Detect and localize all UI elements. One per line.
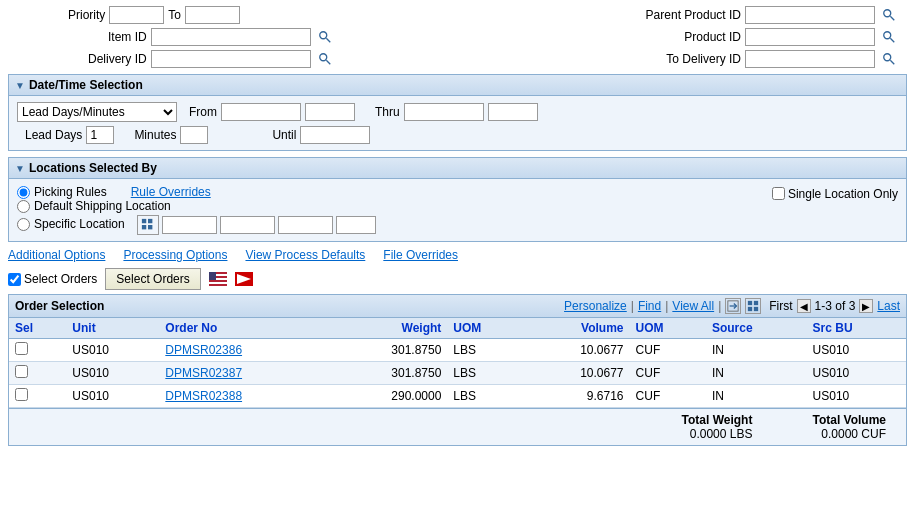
svg-rect-19 bbox=[209, 282, 227, 284]
parent-product-id-search-button[interactable] bbox=[881, 7, 897, 23]
personalize-link[interactable]: Personalize bbox=[564, 299, 627, 313]
svg-line-1 bbox=[890, 16, 894, 20]
find-link[interactable]: Find bbox=[638, 299, 661, 313]
default-shipping-radio[interactable] bbox=[17, 200, 30, 213]
product-id-input[interactable] bbox=[745, 28, 875, 46]
grid-icon bbox=[141, 218, 155, 232]
from-date-input[interactable] bbox=[221, 103, 301, 121]
cell-src-bu-2: US010 bbox=[807, 385, 906, 408]
grid-view-icon bbox=[747, 300, 759, 312]
cell-sel-1 bbox=[9, 362, 66, 385]
datetime-collapse-arrow: ▼ bbox=[15, 80, 25, 91]
svg-rect-18 bbox=[209, 280, 227, 282]
locations-section: ▼ Locations Selected By Picking Rules Ru… bbox=[8, 157, 907, 242]
total-volume-value: 0.0000 CUF bbox=[812, 427, 886, 441]
col-header-uom2: UOM bbox=[630, 318, 706, 339]
last-link[interactable]: Last bbox=[877, 299, 900, 313]
cell-volume-1: 10.0677 bbox=[524, 362, 630, 385]
col-header-weight: Weight bbox=[329, 318, 448, 339]
flag-icon-button-1[interactable] bbox=[209, 270, 227, 288]
specific-location-radio[interactable] bbox=[17, 218, 30, 231]
order-no-link-1[interactable]: DPMSR02387 bbox=[165, 366, 242, 380]
flag-icon-button-2[interactable] bbox=[235, 270, 253, 288]
specific-location-input4[interactable] bbox=[336, 216, 376, 234]
additional-options-link[interactable]: Additional Options bbox=[8, 248, 105, 262]
cell-weight-2: 290.0000 bbox=[329, 385, 448, 408]
to-delivery-id-search-button[interactable] bbox=[881, 51, 897, 67]
cell-volume-2: 9.6716 bbox=[524, 385, 630, 408]
item-id-input[interactable] bbox=[151, 28, 311, 46]
select-orders-button[interactable]: Select Orders bbox=[105, 268, 200, 290]
datetime-section-body: Lead Days/Minutes From Thru Lead Days Mi… bbox=[8, 96, 907, 151]
minutes-input[interactable] bbox=[180, 126, 208, 144]
lead-days-input[interactable] bbox=[86, 126, 114, 144]
svg-rect-12 bbox=[142, 225, 146, 229]
cell-src-bu-1: US010 bbox=[807, 362, 906, 385]
parent-product-id-input[interactable] bbox=[745, 6, 875, 24]
svg-rect-10 bbox=[142, 219, 146, 223]
thru-date-input[interactable] bbox=[404, 103, 484, 121]
to-delivery-id-label: To Delivery ID bbox=[666, 52, 741, 66]
export-icon-button[interactable] bbox=[725, 298, 741, 314]
specific-location-input2[interactable] bbox=[220, 216, 275, 234]
row-checkbox-1[interactable] bbox=[15, 365, 28, 378]
priority-from-input[interactable] bbox=[109, 6, 164, 24]
col-header-unit: Unit bbox=[66, 318, 159, 339]
svg-rect-13 bbox=[148, 225, 152, 229]
from-time-input[interactable] bbox=[305, 103, 355, 121]
item-id-search-button[interactable] bbox=[317, 29, 333, 45]
action-icon bbox=[235, 272, 253, 286]
view-process-defaults-link[interactable]: View Process Defaults bbox=[245, 248, 365, 262]
table-row: US010 DPMSR02388 290.0000 LBS 9.6716 CUF… bbox=[9, 385, 906, 408]
export-icon bbox=[727, 300, 739, 312]
specific-location-input1[interactable] bbox=[162, 216, 217, 234]
rule-overrides-link[interactable]: Rule Overrides bbox=[131, 185, 211, 199]
delivery-id-search-button[interactable] bbox=[317, 51, 333, 67]
row-checkbox-0[interactable] bbox=[15, 342, 28, 355]
cell-volume-0: 10.0677 bbox=[524, 339, 630, 362]
cell-sel-2 bbox=[9, 385, 66, 408]
order-no-link-0[interactable]: DPMSR02386 bbox=[165, 343, 242, 357]
cell-weight-1: 301.8750 bbox=[329, 362, 448, 385]
view-all-link[interactable]: View All bbox=[672, 299, 714, 313]
row-checkbox-2[interactable] bbox=[15, 388, 28, 401]
cell-uom2-1: CUF bbox=[630, 362, 706, 385]
datetime-section-header[interactable]: ▼ Date/Time Selection bbox=[8, 74, 907, 96]
datetime-type-select[interactable]: Lead Days/Minutes bbox=[17, 102, 177, 122]
until-input[interactable] bbox=[300, 126, 370, 144]
prev-page-button[interactable]: ◀ bbox=[797, 299, 811, 313]
cell-order-no-2: DPMSR02388 bbox=[159, 385, 328, 408]
specific-location-input3[interactable] bbox=[278, 216, 333, 234]
priority-to-input[interactable] bbox=[185, 6, 240, 24]
svg-point-8 bbox=[884, 54, 891, 61]
col-header-volume: Volume bbox=[524, 318, 630, 339]
locations-section-title: Locations Selected By bbox=[29, 161, 157, 175]
table-header-row: Sel Unit Order No Weight UOM Volume UOM … bbox=[9, 318, 906, 339]
select-orders-checkbox[interactable] bbox=[8, 273, 21, 286]
delivery-id-label: Delivery ID bbox=[88, 52, 147, 66]
until-label: Until bbox=[272, 128, 296, 142]
locations-section-header[interactable]: ▼ Locations Selected By bbox=[8, 157, 907, 179]
file-overrides-link[interactable]: File Overrides bbox=[383, 248, 458, 262]
cell-source-1: IN bbox=[706, 362, 807, 385]
thru-time-input[interactable] bbox=[488, 103, 538, 121]
page-container: Priority To Parent Product ID Item ID bbox=[0, 0, 915, 517]
form-row-2: Item ID Product ID bbox=[8, 28, 907, 46]
product-id-search-button[interactable] bbox=[881, 29, 897, 45]
single-location-only-group: Single Location Only bbox=[772, 185, 898, 201]
top-form: Priority To Parent Product ID Item ID bbox=[8, 6, 907, 68]
specific-location-search-button[interactable] bbox=[137, 215, 159, 235]
to-delivery-id-input[interactable] bbox=[745, 50, 875, 68]
next-page-button[interactable]: ▶ bbox=[859, 299, 873, 313]
grid-view-icon-button[interactable] bbox=[745, 298, 761, 314]
processing-options-link[interactable]: Processing Options bbox=[123, 248, 227, 262]
picking-rules-radio[interactable] bbox=[17, 186, 30, 199]
datetime-row1: Lead Days/Minutes From Thru bbox=[17, 102, 898, 122]
pagination-first: First bbox=[769, 299, 792, 313]
order-no-link-2[interactable]: DPMSR02388 bbox=[165, 389, 242, 403]
order-selection-title: Order Selection bbox=[15, 299, 104, 313]
single-location-only-checkbox[interactable] bbox=[772, 187, 785, 200]
table-row: US010 DPMSR02387 301.8750 LBS 10.0677 CU… bbox=[9, 362, 906, 385]
svg-rect-11 bbox=[148, 219, 152, 223]
delivery-id-input[interactable] bbox=[151, 50, 311, 68]
